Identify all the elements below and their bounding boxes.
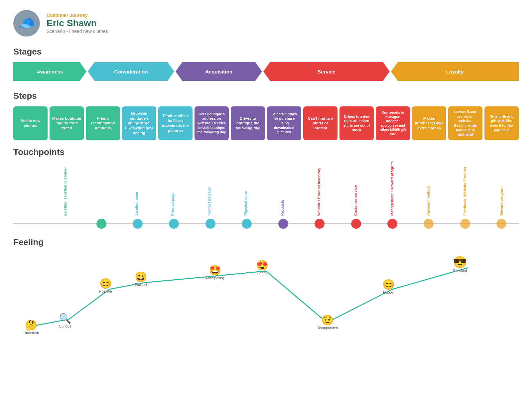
touchpoints-section: Touchpoints Existing, satisfied customer… — [13, 147, 519, 230]
tp-dot-3 — [157, 219, 191, 229]
stage-loyalty: Loyalty — [391, 62, 519, 81]
steps-row: Needs new clothes Makes boutique inquiry… — [13, 106, 519, 140]
stage-label-awareness: Awareness — [37, 69, 63, 74]
tp-label-1: Landing page — [134, 192, 138, 216]
tp-dot-8 — [339, 219, 373, 229]
tp-label-4: Physical store — [244, 191, 248, 216]
step-1: Needs new clothes — [13, 106, 48, 140]
stages-title: Stages — [13, 47, 519, 57]
tp-label-2: Product page — [171, 193, 175, 216]
step-2: Makes boutique inquiry from friend — [50, 106, 84, 140]
stage-consideration: Consideration — [88, 62, 174, 81]
feeling-happy-2: 😊 Happy — [382, 279, 395, 294]
tp-dot-12 — [484, 219, 519, 229]
stage-label-consideration: Consideration — [114, 69, 148, 74]
step-7: Drives to boutique the following day — [231, 106, 265, 140]
tp-label-11: Reward program — [499, 187, 503, 215]
feeling-uncertain: 🤔 Uncertain — [23, 319, 39, 335]
header: 🧢 Customer Journey Eric Shawn Scenario -… — [13, 10, 519, 37]
feeling-anticipating: 🤩 Anticipating — [205, 264, 224, 280]
feeling-satisfied: 😎 Satisfied — [453, 255, 467, 273]
step-8: Selects clothes for purchase using downl… — [267, 106, 301, 140]
step-10: Brings to sales rep's attention: shirts … — [339, 106, 374, 140]
tp-dot-7 — [302, 219, 336, 229]
feeling-happy-1: 😍 Happy — [256, 259, 268, 275]
step-14: Gifts girlfriend giftcard. She uses it f… — [484, 106, 519, 140]
feeling-curious: 🔍 Curious — [59, 313, 71, 328]
feeling-section: Feeling 🤔 Uncertain 🔍 Curious 😊 — [13, 237, 519, 359]
stage-label-loyalty: Loyalty — [446, 69, 464, 74]
stages-row: Awareness Consideration Acquisition Serv… — [13, 62, 519, 81]
step-9: Can't find two shirts of interest — [303, 106, 337, 140]
tp-dot-2 — [120, 219, 155, 229]
tp-label-7: Customer service — [353, 185, 357, 216]
person-name: Eric Shawn — [47, 18, 108, 29]
tp-label-8: Management / Reward program — [390, 161, 394, 216]
tp-label-6: Website / Product inventory — [317, 168, 321, 216]
tp-dot-4 — [193, 219, 227, 229]
stage-service: Service — [263, 62, 390, 81]
tp-label-5: Products — [280, 200, 284, 216]
page: 🧢 Customer Journey Eric Shawn Scenario -… — [0, 0, 532, 369]
tp-dot-6 — [266, 219, 300, 229]
step-5: Finds clothes he likes; downloads the pi… — [158, 106, 193, 140]
stage-label-service: Service — [318, 69, 335, 74]
tp-dot-10 — [412, 219, 446, 229]
tp-label-9: Payment method — [426, 186, 430, 216]
header-text: Customer Journey Eric Shawn Scenario - I… — [47, 13, 108, 34]
tp-label-10: Feedback, Website, Product — [463, 167, 467, 216]
step-3: Friend recommends boutique — [86, 106, 120, 140]
tp-dot-9 — [375, 219, 409, 229]
feeling-chart: 🤔 Uncertain 🔍 Curious 😊 Positive 😀 Excit… — [13, 253, 519, 359]
stage-awareness: Awareness — [13, 62, 86, 81]
feeling-title: Feeling — [13, 237, 519, 247]
tp-dot-5 — [230, 219, 264, 229]
avatar: 🧢 — [13, 10, 40, 37]
scenario-text: Scenario - I need new clothes — [47, 29, 108, 34]
feeling-disappointed: 😟 Disappointed — [317, 314, 338, 330]
tp-label-3: Contact us page — [207, 187, 211, 216]
tp-dot-1 — [84, 219, 118, 229]
feeling-excited: 😀 Excited — [135, 271, 147, 287]
tp-dot-11 — [448, 219, 482, 229]
step-6: Gets boutique's address on website; Deci… — [195, 106, 229, 140]
step-11: Rep reports to manager; manager apologis… — [376, 106, 410, 140]
steps-title: Steps — [13, 91, 519, 101]
journey-subtitle: Customer Journey — [47, 13, 108, 18]
touchpoints-title: Touchpoints — [13, 147, 519, 157]
stage-acquisition: Acquisition — [176, 62, 262, 81]
step-13: Leaves 5-star review on website. Recomme… — [448, 106, 482, 140]
step-12: Makes purchase; Buys extra clothes — [412, 106, 446, 140]
feeling-positive: 😊 Positive — [99, 278, 112, 293]
step-4: Browses boutique's online store. Likes w… — [122, 106, 156, 140]
tp-label-0: Existing, satisfied customer — [63, 167, 67, 216]
stage-label-acquisition: Acquisition — [205, 69, 232, 74]
